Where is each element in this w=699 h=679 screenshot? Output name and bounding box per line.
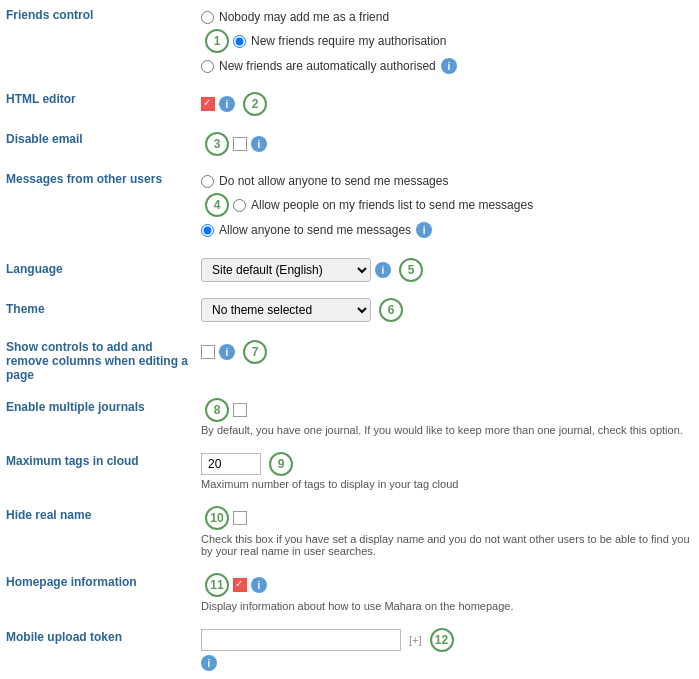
messages-option3-label: Allow anyone to send me messages — [219, 223, 411, 237]
friends-radio-nobody[interactable] — [201, 11, 214, 24]
language-label: Language — [6, 262, 63, 276]
mobile-token-info-icon[interactable]: i — [201, 655, 217, 671]
friends-option3-label: New friends are automatically authorised — [219, 59, 436, 73]
step-12: 12 — [430, 628, 454, 652]
language-select[interactable]: Site default (English) — [201, 258, 371, 282]
html-editor-checkbox[interactable] — [201, 97, 215, 111]
settings-table: Friends control Nobody may add me as a f… — [0, 0, 699, 679]
html-editor-info-icon[interactable]: i — [219, 96, 235, 112]
tags-row: Maximum tags in cloud 20 9 Maximum numbe… — [0, 444, 699, 498]
show-controls-info-icon[interactable]: i — [219, 344, 235, 360]
tags-label: Maximum tags in cloud — [6, 454, 139, 468]
html-editor-row: HTML editor i 2 — [0, 84, 699, 124]
friends-control-row: Friends control Nobody may add me as a f… — [0, 0, 699, 84]
friends-option1-label: Nobody may add me as a friend — [219, 10, 389, 24]
messages-radio-friends[interactable] — [233, 199, 246, 212]
show-controls-label: Show controls to add and remove columns … — [6, 340, 188, 382]
messages-label: Messages from other users — [6, 172, 162, 186]
friends-radio-auto[interactable] — [201, 60, 214, 73]
theme-select[interactable]: No theme selected — [201, 298, 371, 322]
journals-row: Enable multiple journals 8 By default, y… — [0, 390, 699, 444]
step-9: 9 — [269, 452, 293, 476]
show-controls-row: Show controls to add and remove columns … — [0, 330, 699, 390]
show-controls-checkbox[interactable] — [201, 345, 215, 359]
step-11: 11 — [205, 573, 229, 597]
journals-checkbox[interactable] — [233, 403, 247, 417]
step-1: 1 — [205, 29, 229, 53]
homepage-info-icon[interactable]: i — [251, 577, 267, 593]
messages-radio-none[interactable] — [201, 175, 214, 188]
messages-option2-label: Allow people on my friends list to send … — [251, 198, 533, 212]
hide-name-hint: Check this box if you have set a display… — [201, 533, 690, 557]
step-7: 7 — [243, 340, 267, 364]
step-5: 5 — [399, 258, 423, 282]
hide-name-checkbox[interactable] — [233, 511, 247, 525]
mobile-token-input[interactable] — [201, 629, 401, 651]
hide-name-label: Hide real name — [6, 508, 91, 522]
messages-info-icon[interactable]: i — [416, 222, 432, 238]
disable-email-label: Disable email — [6, 132, 83, 146]
language-row: Language Site default (English) i 5 — [0, 248, 699, 290]
disable-email-checkbox[interactable] — [233, 137, 247, 151]
disable-email-row: Disable email 3 i — [0, 124, 699, 164]
step-3: 3 — [205, 132, 229, 156]
mobile-token-label: Mobile upload token — [6, 630, 122, 644]
disable-email-info-icon[interactable]: i — [251, 136, 267, 152]
homepage-hint: Display information about how to use Mah… — [201, 600, 513, 612]
language-info-icon[interactable]: i — [375, 262, 391, 278]
tags-hint: Maximum number of tags to display in you… — [201, 478, 458, 490]
step-4: 4 — [205, 193, 229, 217]
step-2: 2 — [243, 92, 267, 116]
homepage-label: Homepage information — [6, 575, 137, 589]
friends-control-label: Friends control — [6, 8, 93, 22]
hide-name-row: Hide real name 10 Check this box if you … — [0, 498, 699, 565]
messages-radio-anyone[interactable] — [201, 224, 214, 237]
step-6: 6 — [379, 298, 403, 322]
homepage-row: Homepage information 11 i Display inform… — [0, 565, 699, 620]
mobile-token-row: Mobile upload token [+] 12 i — [0, 620, 699, 679]
step-8: 8 — [205, 398, 229, 422]
html-editor-label: HTML editor — [6, 92, 76, 106]
theme-label: Theme — [6, 302, 45, 316]
tags-input[interactable]: 20 — [201, 453, 261, 475]
friends-info-icon[interactable]: i — [441, 58, 457, 74]
journals-label: Enable multiple journals — [6, 400, 145, 414]
homepage-checkbox[interactable] — [233, 578, 247, 592]
messages-row: Messages from other users Do not allow a… — [0, 164, 699, 248]
friends-option2-label: New friends require my authorisation — [251, 34, 446, 48]
journals-hint: By default, you have one journal. If you… — [201, 424, 683, 436]
theme-row: Theme No theme selected 6 — [0, 290, 699, 330]
expand-link[interactable]: [+] — [409, 634, 422, 646]
step-10: 10 — [205, 506, 229, 530]
friends-radio-authorise[interactable] — [233, 35, 246, 48]
messages-option1-label: Do not allow anyone to send me messages — [219, 174, 448, 188]
